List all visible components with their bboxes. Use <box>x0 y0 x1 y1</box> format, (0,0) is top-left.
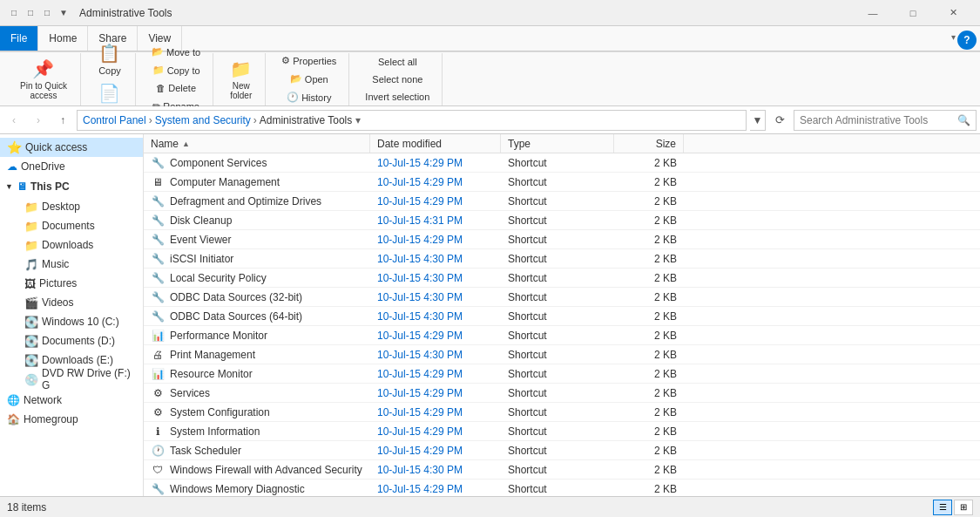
pin-label: Pin to Quickaccess <box>20 81 67 100</box>
up-button[interactable]: ↑ <box>52 110 73 131</box>
file-name-text: Task Scheduler <box>170 445 241 457</box>
open-button[interactable]: 📂 Open <box>285 71 334 87</box>
child-label: DVD RW Drive (F:) G <box>42 367 136 391</box>
sidebar-item-downloads[interactable]: 📁Downloads <box>14 235 143 255</box>
history-button[interactable]: 🕐 History <box>281 89 336 105</box>
child-label: Videos <box>42 296 73 309</box>
sidebar-item-music[interactable]: 🎵Music <box>14 255 143 274</box>
file-name-cell: 🖥 Computer Management <box>144 173 370 191</box>
minimize-button[interactable]: — <box>853 0 893 26</box>
table-row[interactable]: ⚙ System Configuration 10-Jul-15 4:29 PM… <box>144 403 980 422</box>
sidebar-item-videos[interactable]: 🎬Videos <box>14 293 143 312</box>
search-icon[interactable]: 🔍 <box>956 114 970 126</box>
table-row[interactable]: 🔧 ODBC Data Sources (64-bit) 10-Jul-15 4… <box>144 307 980 326</box>
ribbon-tab-home[interactable]: Home <box>38 26 88 51</box>
col-header-name[interactable]: Name ▲ <box>144 134 370 153</box>
file-name-text: Defragment and Optimize Drives <box>170 195 321 207</box>
table-row[interactable]: 🛡 Windows Firewall with Advanced Securit… <box>144 460 980 480</box>
search-box[interactable]: 🔍 <box>794 110 977 131</box>
sidebar-item-thispc[interactable]: ▼ 🖥 This PC <box>0 176 143 197</box>
select-none-button[interactable]: Select none <box>367 71 428 87</box>
file-icon: 🔧 <box>151 310 165 323</box>
copy-icon: 📋 <box>98 43 120 64</box>
table-row[interactable]: 📊 Resource Monitor 10-Jul-15 4:29 PM Sho… <box>144 364 980 384</box>
file-type-cell: Shortcut <box>501 441 614 459</box>
copy-button[interactable]: 📋 Copy <box>92 40 127 78</box>
child-icon: 💽 <box>24 316 38 329</box>
view-buttons: ☰ ⊞ <box>933 500 973 515</box>
sidebar-item-documents-d[interactable]: 💽Documents (D:) <box>14 331 143 350</box>
sidebar-item-network[interactable]: 🌐 Network <box>0 391 143 410</box>
col-header-size[interactable]: Size <box>614 134 684 153</box>
status-bar: 18 items ☰ ⊞ <box>0 496 980 517</box>
tb-icon-1[interactable]: □ <box>7 6 21 20</box>
back-button[interactable]: ‹ <box>3 110 24 131</box>
tb-icon-dropdown[interactable]: ▼ <box>57 6 71 20</box>
sidebar-item-documents[interactable]: 📁Documents <box>14 216 143 235</box>
table-row[interactable]: 🔧 Defragment and Optimize Drives 10-Jul-… <box>144 192 980 211</box>
file-icon: 🖥 <box>151 175 165 189</box>
tb-icon-3[interactable]: □ <box>40 6 54 20</box>
address-path[interactable]: Control Panel › System and Security › Ad… <box>77 110 747 131</box>
file-name-cell: 🔧 ODBC Data Sources (64-bit) <box>144 307 370 325</box>
table-row[interactable]: ⚙ Services 10-Jul-15 4:29 PM Shortcut 2 … <box>144 384 980 403</box>
thispc-icon: 🖥 <box>17 180 27 193</box>
ribbon-select-group: Select all Select none Invert selection <box>353 53 443 105</box>
properties-button[interactable]: ⚙ Properties <box>276 52 341 69</box>
table-row[interactable]: 📊 Performance Monitor 10-Jul-15 4:29 PM … <box>144 326 980 345</box>
sidebar-item-homegroup[interactable]: 🏠 Homegroup <box>0 410 143 429</box>
move-to-button[interactable]: 📂 Move to <box>146 44 206 60</box>
table-row[interactable]: 🔧 Local Security Policy 10-Jul-15 4:30 P… <box>144 269 980 288</box>
col-header-type[interactable]: Type <box>501 134 614 153</box>
search-input[interactable] <box>800 114 956 126</box>
copy-to-button[interactable]: 📁 Copy to <box>147 62 206 78</box>
table-row[interactable]: 🔧 ODBC Data Sources (32-bit) 10-Jul-15 4… <box>144 288 980 307</box>
sidebar-item-quick-access[interactable]: ⭐ Quick access <box>0 138 143 157</box>
file-size-cell: 2 KB <box>614 441 684 459</box>
file-date-cell: 10-Jul-15 4:29 PM <box>370 326 501 344</box>
address-dropdown-button[interactable]: ▼ <box>750 110 766 131</box>
ribbon-tab-file[interactable]: File <box>0 26 38 51</box>
forward-button[interactable]: › <box>28 110 49 131</box>
delete-label: Delete <box>168 83 196 93</box>
file-type-cell: Shortcut <box>501 307 614 325</box>
tb-icon-2[interactable]: □ <box>24 6 37 20</box>
history-label: History <box>301 92 331 103</box>
refresh-button[interactable]: ⟳ <box>769 110 790 131</box>
table-row[interactable]: 🕐 Task Scheduler 10-Jul-15 4:29 PM Short… <box>144 441 980 460</box>
file-icon: 🔧 <box>151 252 165 266</box>
table-row[interactable]: 🖥 Computer Management 10-Jul-15 4:29 PM … <box>144 173 980 192</box>
table-row[interactable]: 🔧 Disk Cleanup 10-Jul-15 4:31 PM Shortcu… <box>144 211 980 230</box>
tiles-view-button[interactable]: ⊞ <box>954 500 973 515</box>
select-all-button[interactable]: Select all <box>373 54 422 70</box>
pin-to-quick-access-button[interactable]: 📌 Pin to Quickaccess <box>14 56 73 103</box>
file-name-text: ODBC Data Sources (64-bit) <box>170 310 302 323</box>
sidebar-item-onedrive[interactable]: ☁ OneDrive <box>0 157 143 176</box>
history-icon: 🕐 <box>287 92 299 103</box>
delete-button[interactable]: 🗑 Delete <box>151 80 201 96</box>
new-folder-button[interactable]: 📁 Newfolder <box>224 56 258 103</box>
table-row[interactable]: 🔧 Event Viewer 10-Jul-15 4:29 PM Shortcu… <box>144 230 980 249</box>
table-row[interactable]: 🖨 Print Management 10-Jul-15 4:30 PM Sho… <box>144 345 980 364</box>
sidebar-item-desktop[interactable]: 📁Desktop <box>14 197 143 216</box>
file-icon: ℹ <box>151 425 165 439</box>
table-row[interactable]: 🔧 Windows Memory Diagnostic 10-Jul-15 4:… <box>144 480 980 496</box>
file-type-cell: Shortcut <box>501 153 614 172</box>
ribbon-expand-icon[interactable]: ▾ <box>950 31 957 44</box>
file-name-text: Windows Firewall with Advanced Security <box>170 464 362 476</box>
table-row[interactable]: 🔧 Component Services 10-Jul-15 4:29 PM S… <box>144 153 980 173</box>
table-row[interactable]: 🔧 iSCSI Initiator 10-Jul-15 4:30 PM Shor… <box>144 249 980 269</box>
ribbon-help-button[interactable]: ? <box>957 31 977 50</box>
details-view-button[interactable]: ☰ <box>933 500 952 515</box>
sidebar-item-windows-10-c[interactable]: 💽Windows 10 (C:) <box>14 312 143 331</box>
sidebar-item-dvd-rw-drive-f-g[interactable]: 💿DVD RW Drive (F:) G <box>14 370 143 389</box>
sidebar-item-pictures[interactable]: 🖼Pictures <box>14 274 143 293</box>
close-button[interactable]: ✕ <box>933 0 973 26</box>
file-date-cell: 10-Jul-15 4:29 PM <box>370 153 501 172</box>
col-header-date[interactable]: Date modified <box>370 134 501 153</box>
invert-selection-button[interactable]: Invert selection <box>360 89 435 105</box>
new-folder-label: Newfolder <box>230 81 252 100</box>
maximize-button[interactable]: □ <box>893 0 933 26</box>
table-row[interactable]: ℹ System Information 10-Jul-15 4:29 PM S… <box>144 422 980 441</box>
file-name-text: System Information <box>170 425 260 438</box>
